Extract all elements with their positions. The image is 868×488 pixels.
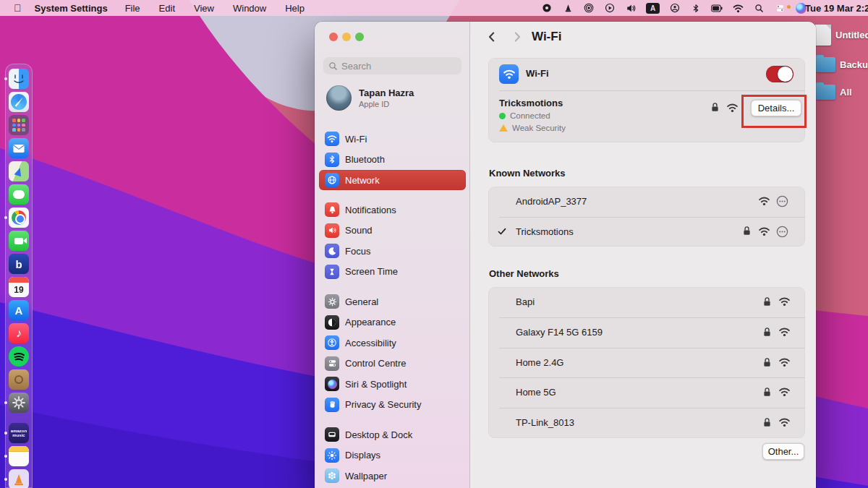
menubar-clock[interactable]: Tue 19 Mar 2:2 <box>805 0 868 16</box>
spotlight-search-icon[interactable] <box>753 2 765 14</box>
vlc-status-icon[interactable] <box>562 2 574 14</box>
lock-icon <box>741 226 752 236</box>
zoom-window-button[interactable] <box>355 33 364 41</box>
connected-network-name: Tricksmotions <box>499 98 563 108</box>
more-options-icon[interactable] <box>776 226 788 238</box>
menu-help[interactable]: Help <box>285 3 305 14</box>
minimize-window-button[interactable] <box>342 33 351 41</box>
sidebar-item-screen-time[interactable]: Screen Time <box>319 262 466 282</box>
system-settings-window: Tapan Hazra Apple ID Wi-Fi Bluetooth Net… <box>315 22 816 488</box>
input-source-icon[interactable]: A <box>646 3 660 14</box>
other-networks-card: Bapi Galaxy F14 5G 6159 Home 2.4G <box>488 287 805 438</box>
folder-icon <box>816 85 835 100</box>
chat-bubble-icon <box>13 190 25 199</box>
screen-mirroring-icon[interactable] <box>583 2 595 14</box>
sidebar-item-displays[interactable]: Displays <box>319 445 466 466</box>
sidebar-item-accessibility[interactable]: Accessibility <box>319 333 466 353</box>
control-centre-icon[interactable] <box>774 2 786 14</box>
chrome-dock-icon[interactable] <box>9 207 29 228</box>
wifi-card: Wi-Fi Tricksmotions Connected Weak Secur… <box>488 58 805 142</box>
apple-id-row[interactable]: Tapan Hazra Apple ID <box>326 85 414 111</box>
desktop-file-untitled[interactable]: Untitled <box>814 25 868 46</box>
dock: b 19 A ♪ amazonmusic <box>5 64 33 488</box>
music-dock-icon[interactable]: ♪ <box>9 323 29 343</box>
battery-status-icon[interactable] <box>711 2 723 14</box>
record-status-icon[interactable] <box>541 2 553 14</box>
launchpad-dock-icon[interactable] <box>9 115 29 135</box>
forward-button[interactable] <box>511 31 523 43</box>
apple-menu-icon[interactable]:  <box>14 2 22 14</box>
network-row-home5g[interactable]: Home 5G <box>488 377 805 408</box>
page-title: Wi-Fi <box>532 30 561 44</box>
sidebar-item-notifications[interactable]: Notifications <box>319 200 466 220</box>
network-row-bapi[interactable]: Bapi <box>488 287 805 317</box>
menu-window[interactable]: Window <box>233 3 266 14</box>
amazon-music-dock-icon[interactable]: amazonmusic <box>9 423 29 443</box>
menu-edit[interactable]: Edit <box>159 3 175 14</box>
desktop-folder-label: Backup <box>840 59 868 70</box>
sidebar-item-control-centre[interactable]: Control Centre <box>319 354 466 374</box>
network-row-androidap[interactable]: AndroidAP_3377 <box>488 187 805 217</box>
wifi-signal-icon <box>778 327 791 337</box>
network-row-tplink[interactable]: TP-Link_8013 <box>488 408 805 438</box>
more-options-icon[interactable] <box>776 195 788 207</box>
wifi-signal-icon <box>778 296 791 307</box>
check-icon <box>497 226 507 236</box>
sidebar-item-desktop-dock[interactable]: Desktop & Dock <box>319 424 466 445</box>
sidebar-item-focus[interactable]: Focus <box>319 241 466 261</box>
facetime-dock-icon[interactable] <box>9 231 29 251</box>
messages-dock-icon[interactable] <box>9 184 29 205</box>
spotify-dock-icon[interactable] <box>9 346 29 367</box>
sidebar-item-general[interactable]: General <box>319 291 466 312</box>
network-row-home24g[interactable]: Home 2.4G <box>488 348 805 378</box>
system-settings-dock-icon[interactable] <box>9 393 29 413</box>
network-row-galaxy[interactable]: Galaxy F14 5G 6159 <box>488 317 805 348</box>
bluemail-dock-icon[interactable]: b <box>9 254 29 274</box>
mail-dock-icon[interactable] <box>9 138 29 158</box>
app-store-dock-icon[interactable]: A <box>9 300 29 320</box>
sidebar-item-bluetooth[interactable]: Bluetooth <box>319 150 466 170</box>
running-indicator <box>4 216 7 219</box>
wifi-settings-pane: Wi-Fi Wi-Fi Tricksmotions Connected Weak… <box>470 22 816 488</box>
menu-file[interactable]: File <box>125 3 140 14</box>
bluetooth-status-icon[interactable] <box>690 2 702 14</box>
user-account-icon[interactable] <box>669 2 681 14</box>
maps-dock-icon[interactable] <box>9 161 29 181</box>
sidebar-item-siri-spotlight[interactable]: Siri & Spotlight <box>319 374 466 394</box>
other-networks-button[interactable]: Other... <box>762 443 804 460</box>
desktop-file-label: Untitled <box>835 30 868 40</box>
hand-icon <box>325 398 339 412</box>
connected-dot-icon <box>499 113 506 119</box>
finder-dock-icon[interactable] <box>9 69 29 89</box>
desktop-folder-all[interactable]: All <box>816 85 852 100</box>
speaker-icon <box>325 223 339 238</box>
menubar-app-name[interactable]: System Settings <box>35 3 108 14</box>
sidebar-item-privacy-security[interactable]: Privacy & Security <box>319 395 466 415</box>
volume-status-icon[interactable] <box>625 2 637 14</box>
desktop-folder-backup[interactable]: Backup <box>816 57 868 72</box>
accessibility-person-icon <box>325 335 339 350</box>
safari-dock-icon[interactable] <box>9 92 29 112</box>
close-window-button[interactable] <box>329 33 338 41</box>
back-button[interactable] <box>486 31 498 43</box>
sidebar-item-appearance[interactable]: Appearance <box>319 312 466 333</box>
play-status-icon[interactable] <box>604 2 616 14</box>
sidebar-item-wallpaper[interactable]: Wallpaper <box>319 466 466 486</box>
network-row-tricksmotions[interactable]: Tricksmotions <box>488 217 805 247</box>
wifi-row-label: Wi-Fi <box>526 68 549 79</box>
menu-view[interactable]: View <box>194 3 214 14</box>
sidebar-item-wifi[interactable]: Wi-Fi <box>319 129 466 149</box>
sidebar-item-sound[interactable]: Sound <box>319 221 466 241</box>
vlc-dock-icon[interactable] <box>9 469 29 488</box>
wifi-toggle[interactable] <box>766 66 793 82</box>
other-networks-title: Other Networks <box>489 268 559 279</box>
notes-dock-icon[interactable] <box>9 446 29 466</box>
wifi-status-icon[interactable] <box>732 2 744 14</box>
sidebar-search-field[interactable] <box>323 57 461 74</box>
sidebar-item-network[interactable]: Network <box>319 170 466 190</box>
calendar-dock-icon[interactable]: 19 <box>9 277 29 297</box>
search-input[interactable] <box>341 61 450 72</box>
lock-icon <box>762 296 773 307</box>
brown-app-dock-icon[interactable] <box>9 369 29 390</box>
chrome-logo-icon <box>12 210 26 225</box>
